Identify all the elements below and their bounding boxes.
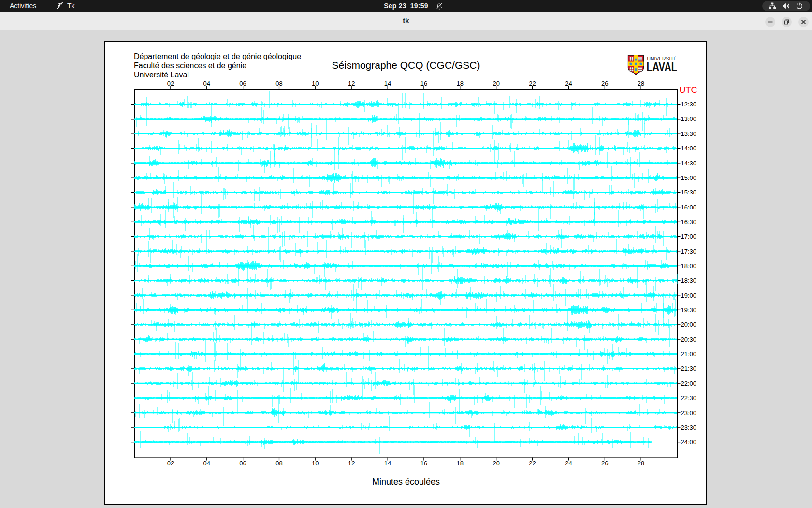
svg-text:14: 14 <box>384 460 391 467</box>
svg-text:28: 28 <box>638 460 644 467</box>
svg-text:26: 26 <box>601 80 608 87</box>
svg-text:23:00: 23:00 <box>681 409 697 417</box>
svg-text:12: 12 <box>348 460 355 467</box>
svg-text:Université Laval: Université Laval <box>134 71 189 79</box>
svg-text:19:00: 19:00 <box>681 292 697 299</box>
svg-text:06: 06 <box>239 460 246 467</box>
svg-text:Faculté des sciences et de gén: Faculté des sciences et de génie <box>134 61 246 70</box>
svg-text:08: 08 <box>276 80 282 87</box>
svg-text:18:30: 18:30 <box>681 277 697 284</box>
svg-text:22:00: 22:00 <box>681 380 697 387</box>
svg-text:Séismographe QCQ (CGC/GSC): Séismographe QCQ (CGC/GSC) <box>332 60 480 71</box>
svg-text:14:30: 14:30 <box>681 160 697 167</box>
svg-text:17:30: 17:30 <box>681 248 697 255</box>
svg-text:02: 02 <box>167 460 174 467</box>
svg-text:22: 22 <box>529 80 536 87</box>
svg-text:20:00: 20:00 <box>681 321 697 328</box>
svg-text:16:30: 16:30 <box>681 218 697 225</box>
svg-text:23:30: 23:30 <box>681 424 697 431</box>
svg-text:04: 04 <box>203 80 210 87</box>
svg-text:24:00: 24:00 <box>681 438 697 446</box>
svg-text:24: 24 <box>565 80 572 87</box>
svg-text:14: 14 <box>384 80 391 87</box>
svg-text:19:30: 19:30 <box>681 306 697 314</box>
svg-text:10: 10 <box>312 80 319 87</box>
svg-text:17:00: 17:00 <box>681 233 697 240</box>
svg-text:12:30: 12:30 <box>681 101 697 108</box>
svg-text:21:30: 21:30 <box>681 365 697 372</box>
svg-text:16: 16 <box>420 80 427 87</box>
svg-text:02: 02 <box>167 80 174 87</box>
svg-text:22:30: 22:30 <box>681 394 697 402</box>
svg-text:16: 16 <box>420 460 427 467</box>
svg-text:18: 18 <box>457 460 464 467</box>
svg-text:21:00: 21:00 <box>681 350 697 358</box>
svg-text:20: 20 <box>493 460 499 467</box>
svg-text:13:30: 13:30 <box>681 130 697 137</box>
svg-text:18: 18 <box>457 80 464 87</box>
svg-text:10: 10 <box>312 460 319 467</box>
svg-text:Minutes écoulées: Minutes écoulées <box>372 477 440 487</box>
svg-text:08: 08 <box>276 460 282 467</box>
svg-text:UTC: UTC <box>680 85 697 95</box>
svg-text:16:00: 16:00 <box>681 204 697 211</box>
svg-text:15:30: 15:30 <box>681 189 697 196</box>
svg-text:04: 04 <box>203 460 210 467</box>
svg-text:12: 12 <box>348 80 355 87</box>
svg-text:20:30: 20:30 <box>681 336 697 343</box>
svg-text:28: 28 <box>638 80 644 87</box>
svg-text:20: 20 <box>493 80 499 87</box>
svg-text:24: 24 <box>565 460 572 467</box>
svg-text:13:00: 13:00 <box>681 115 697 122</box>
svg-text:15:00: 15:00 <box>681 174 697 181</box>
svg-text:14:00: 14:00 <box>681 145 697 152</box>
svg-text:LAVAL: LAVAL <box>647 60 678 74</box>
svg-text:18:00: 18:00 <box>681 262 697 269</box>
svg-text:06: 06 <box>239 80 246 87</box>
svg-text:26: 26 <box>601 460 608 467</box>
svg-text:22: 22 <box>529 460 536 467</box>
svg-text:Département de géologie et de: Département de géologie et de génie géol… <box>134 52 301 60</box>
